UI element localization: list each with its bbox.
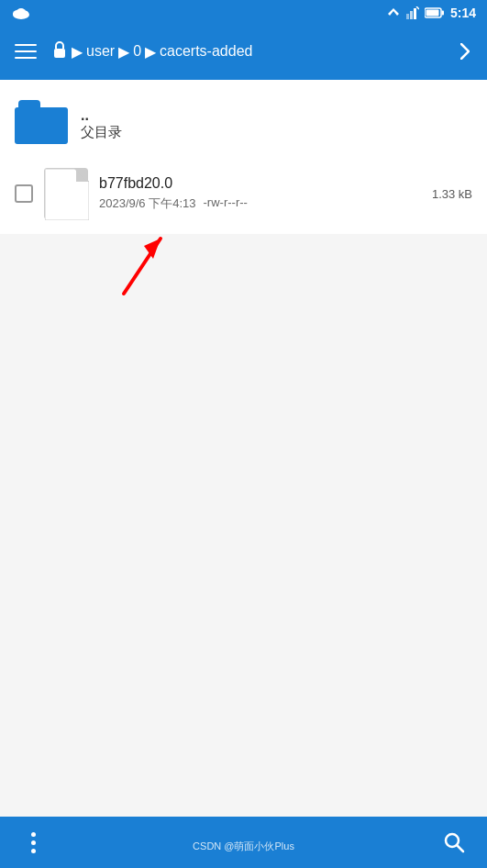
file-name: b77fbd20.0 <box>99 175 421 192</box>
file-icon <box>44 168 88 219</box>
breadcrumb-zero[interactable]: 0 <box>133 43 141 60</box>
dot-2 <box>31 840 36 845</box>
status-time: 5:14 <box>450 6 476 20</box>
wifi-signal-icon <box>386 6 401 19</box>
chevron-right-icon <box>460 43 470 60</box>
breadcrumb-chevron-1: ▶ <box>72 43 83 61</box>
status-bar-left <box>11 6 31 20</box>
search-button[interactable] <box>436 824 472 861</box>
breadcrumb-cacerts[interactable]: cacerts-added <box>160 43 252 60</box>
file-size: 1.33 kB <box>432 187 472 201</box>
bottom-bar: CSDN @萌面小伙Plus <box>0 817 487 868</box>
svg-line-15 <box>124 239 160 294</box>
file-date: 2023/9/6 下午4:13 <box>99 195 196 212</box>
folder-icon <box>15 98 70 150</box>
hamburger-line-1 <box>15 44 37 46</box>
search-icon <box>443 831 465 853</box>
svg-rect-5 <box>406 14 409 19</box>
svg-marker-14 <box>76 169 89 182</box>
file-checkbox[interactable] <box>15 184 33 203</box>
status-bar: 5:14 <box>0 0 487 26</box>
folder-label: .. 父目录 <box>81 107 122 141</box>
document-icon <box>45 169 89 220</box>
svg-marker-4 <box>388 8 399 16</box>
watermark: CSDN @萌面小伙Plus <box>193 840 294 853</box>
file-permissions: -rw-r--r-- <box>204 195 248 212</box>
breadcrumb-chevron-3: ▶ <box>145 43 156 61</box>
file-meta: 2023/9/6 下午4:13 -rw-r--r-- <box>99 195 421 212</box>
nav-bar: ▶ user ▶ 0 ▶ cacerts-added <box>0 26 487 77</box>
svg-rect-7 <box>414 8 416 19</box>
file-info: b77fbd20.0 2023/9/6 下午4:13 -rw-r--r-- <box>99 175 421 212</box>
svg-rect-6 <box>410 11 413 19</box>
content-area: .. 父目录 b77fbd20.0 2023/9/6 下午4:13 -rw-r-… <box>0 80 487 234</box>
dot-3 <box>31 849 36 853</box>
dot-1 <box>31 832 36 837</box>
folder-dots: .. <box>81 107 122 124</box>
signal-bars-icon <box>406 6 419 19</box>
svg-line-18 <box>457 845 463 851</box>
hamburger-line-2 <box>15 50 37 52</box>
svg-point-3 <box>17 8 26 16</box>
breadcrumb-chevron-2: ▶ <box>118 43 129 61</box>
folder-name: 父目录 <box>81 124 122 141</box>
more-options-button[interactable] <box>15 824 51 861</box>
svg-marker-13 <box>45 169 89 220</box>
breadcrumb: ▶ user ▶ 0 ▶ cacerts-added <box>51 40 443 63</box>
svg-rect-11 <box>426 10 438 17</box>
file-row[interactable]: b77fbd20.0 2023/9/6 下午4:13 -rw-r--r-- 1.… <box>0 161 487 227</box>
lock-icon <box>51 40 68 63</box>
cloud-icon <box>11 6 31 20</box>
battery-icon <box>425 7 445 18</box>
status-bar-right: 5:14 <box>386 6 476 20</box>
svg-line-8 <box>416 6 419 9</box>
nav-forward-button[interactable] <box>450 37 480 66</box>
svg-rect-12 <box>54 49 65 58</box>
parent-folder-row[interactable]: .. 父目录 <box>0 87 487 161</box>
svg-rect-10 <box>441 11 444 16</box>
hamburger-line-3 <box>15 57 37 59</box>
svg-marker-16 <box>144 239 160 259</box>
breadcrumb-user[interactable]: user <box>86 43 115 60</box>
hamburger-menu-button[interactable] <box>7 33 44 70</box>
